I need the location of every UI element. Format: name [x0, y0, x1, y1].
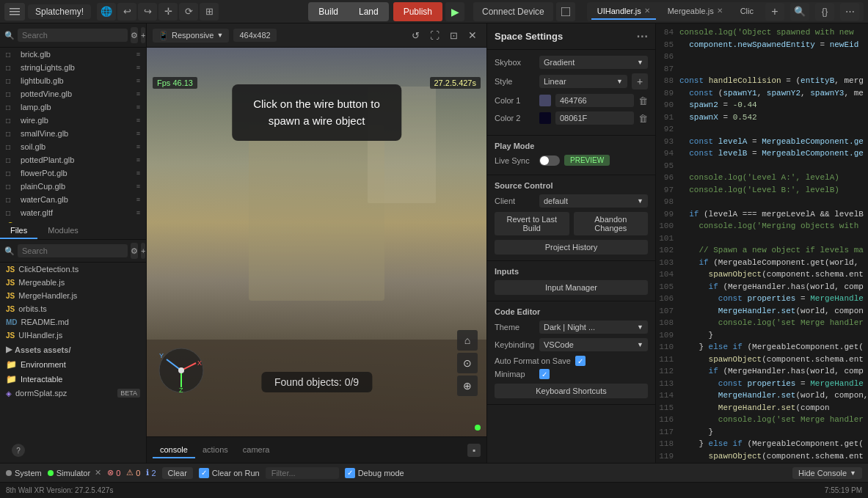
color2-value[interactable]: 08061F — [555, 111, 634, 125]
debug-mode-toggle[interactable]: ✓ Debug mode — [345, 468, 404, 478]
clear-button[interactable]: Clear — [162, 467, 193, 479]
line-content[interactable]: } — [679, 329, 868, 342]
keyboard-shortcuts-button[interactable]: Keyboard Shortcuts — [495, 384, 648, 398]
line-content[interactable]: spawnObject(component.schema.ent — [679, 450, 868, 463]
line-content[interactable]: component.newSpawnedEntity = newEid — [679, 39, 868, 51]
line-content[interactable]: console.log('set Merge handler — [679, 414, 868, 426]
file-item[interactable]: JSClickDetection.ts — [0, 263, 146, 276]
camera-tab[interactable]: camera — [236, 442, 277, 458]
list-item[interactable]: □plainCup.glb≡ — [0, 180, 146, 193]
line-content[interactable]: if (levelA === mergeLevelA && levelB — [679, 208, 868, 221]
filter-input[interactable] — [266, 467, 339, 479]
gizmo-widget[interactable]: X Y Z — [156, 345, 207, 396]
line-content[interactable] — [679, 63, 868, 76]
publish-button[interactable]: Publish — [393, 2, 442, 21]
fullscreen-button[interactable]: ⊡ — [445, 27, 462, 43]
revert-build-button[interactable]: Revert to Last Build — [495, 212, 569, 235]
modules-tab[interactable]: Modules — [37, 223, 89, 239]
tab-mergeable[interactable]: Mergeable.js ✕ — [662, 4, 729, 20]
help-button[interactable]: ? — [12, 444, 25, 457]
list-item[interactable]: □soil.glb≡ — [0, 140, 146, 153]
line-content[interactable]: spawnX = 0.542 — [679, 111, 868, 124]
files-filter-button[interactable]: ⚙ — [131, 243, 138, 259]
console-collapse-button[interactable]: ▪ — [467, 444, 481, 457]
line-content[interactable] — [679, 123, 868, 136]
files-search-input[interactable] — [18, 244, 128, 257]
list-item[interactable]: □flowerPot.glb≡ — [0, 166, 146, 180]
actions-tab[interactable]: actions — [195, 442, 236, 458]
preview-button[interactable]: PREVIEW — [564, 155, 610, 166]
rotate-tool[interactable]: ⟳ — [179, 3, 198, 21]
clear-on-run-toggle[interactable]: ✓ Clear on Run — [199, 468, 260, 478]
line-content[interactable]: spawn2 = -0.44 — [679, 99, 868, 111]
tab-clic[interactable]: Clic — [734, 4, 759, 20]
line-content[interactable] — [679, 160, 868, 172]
close-viewport-button[interactable]: ✕ — [464, 27, 481, 43]
line-content[interactable]: if (MergeHandler.has(world, comp — [679, 365, 868, 378]
auto-format-checkbox[interactable]: ✓ — [575, 356, 586, 366]
line-content[interactable]: console.log('Merging objects with — [679, 220, 868, 232]
list-item[interactable]: □water.gltf≡ — [0, 206, 146, 219]
color1-swatch[interactable] — [539, 95, 551, 106]
scene-render[interactable]: Click on the wire button to spawn a wire… — [147, 48, 486, 436]
line-content[interactable]: const (spawnY1, spawnY2, spawnY3, me — [679, 87, 868, 100]
redo-button[interactable]: ↪ — [138, 3, 157, 21]
list-item[interactable]: □lightbulb.glb≡ — [0, 74, 146, 87]
size-button[interactable]: 464x482 — [233, 29, 276, 42]
minimap-checkbox[interactable]: ✓ — [539, 369, 550, 379]
line-content[interactable]: const levelB = MergeableComponent.ge — [679, 147, 868, 160]
theme-select[interactable]: Dark | Night ... ▼ — [539, 321, 648, 334]
list-item[interactable]: □pottedVine.glb≡ — [0, 87, 146, 100]
debug-mode-checkbox[interactable]: ✓ — [345, 468, 355, 478]
world-icon[interactable]: 🌐 — [97, 3, 116, 21]
abandon-changes-button[interactable]: Abandon Changes — [574, 212, 649, 235]
add-tab-button[interactable]: + — [765, 3, 784, 21]
nav-button-3[interactable]: ⊕ — [457, 376, 478, 396]
connect-device-button[interactable]: Connect Device — [473, 2, 553, 21]
maximize-button[interactable] — [556, 2, 575, 21]
file-item[interactable]: MDREADME.md — [0, 315, 146, 329]
file-item[interactable]: JSUIHandler.js — [0, 329, 146, 342]
color1-value[interactable]: 464766 — [555, 94, 634, 107]
scale-tool[interactable]: ⊞ — [200, 3, 219, 21]
line-content[interactable]: console.log('Level A:', levelA) — [679, 172, 868, 184]
more-options-button[interactable]: ⋯ — [636, 29, 648, 43]
tab-mergeable-close[interactable]: ✕ — [717, 7, 723, 15]
line-content[interactable]: console.log('set Merge handler — [679, 317, 868, 329]
list-item[interactable]: □smallVine.glb≡ — [0, 127, 146, 140]
live-sync-toggle[interactable] — [539, 155, 560, 166]
list-item[interactable]: □stringLights.glb≡ — [0, 61, 146, 74]
line-content[interactable] — [679, 232, 868, 245]
delete-color2-button[interactable]: 🗑 — [638, 113, 648, 124]
move-tool[interactable]: ✛ — [158, 3, 178, 21]
client-select[interactable]: default ▼ — [539, 194, 648, 208]
undo-button[interactable]: ↩ — [117, 3, 136, 21]
line-content[interactable]: const properties = MergeHandle — [679, 293, 868, 305]
skybox-select[interactable]: Gradient ▼ — [539, 56, 648, 69]
home-nav-button[interactable]: ⌂ — [457, 330, 478, 351]
play-button[interactable]: ▶ — [445, 2, 464, 21]
line-content[interactable]: spawnObject(component.schema.ent — [679, 354, 868, 366]
tab-uihandler-close[interactable]: ✕ — [644, 7, 650, 15]
file-item[interactable]: JSorbits.ts — [0, 302, 146, 315]
line-content[interactable]: console.log('Object spawned with new — [679, 26, 868, 39]
line-content[interactable] — [679, 196, 868, 208]
refresh-button[interactable]: ↺ — [407, 27, 423, 43]
line-content[interactable]: MergeHandler.set(world, compon — [679, 305, 868, 318]
responsive-button[interactable]: 📱 Responsive ▼ — [153, 29, 229, 43]
line-content[interactable]: const levelA = MergeableComponent.ge — [679, 136, 868, 148]
line-content[interactable]: MergeHandler.set(world, compon, — [679, 389, 868, 402]
menu-button[interactable] — [4, 3, 25, 21]
interactable-folder[interactable]: 📁Interactable — [0, 372, 146, 387]
project-history-button[interactable]: Project History — [495, 240, 648, 255]
nav-button-2[interactable]: ⊙ — [457, 353, 478, 373]
line-content[interactable]: } — [679, 426, 868, 439]
add-style-button[interactable]: + — [632, 73, 648, 89]
style-select[interactable]: Linear ▼ — [539, 75, 627, 88]
add-asset-button[interactable]: + — [141, 27, 145, 43]
assets-search-input[interactable] — [18, 29, 128, 42]
close-simulator-button[interactable]: ✕ — [95, 468, 101, 477]
line-content[interactable]: const handleCollision = (entityB, merg — [679, 75, 868, 87]
list-item[interactable]: □brick.glb≡ — [0, 48, 146, 61]
search-editor-button[interactable]: 🔍 — [790, 3, 809, 21]
